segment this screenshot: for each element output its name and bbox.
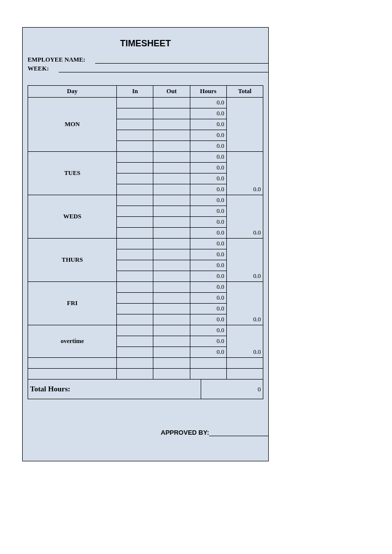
- table-row: THURS0.00.0: [28, 239, 263, 249]
- in-cell[interactable]: [117, 119, 153, 130]
- in-cell[interactable]: [117, 336, 153, 347]
- hours-cell: 0.0: [190, 239, 226, 249]
- hours-cell: 0.0: [190, 336, 226, 347]
- out-cell[interactable]: [153, 249, 190, 260]
- hours-cell: 0.0: [190, 325, 226, 336]
- hours-cell: 0.0: [190, 347, 226, 358]
- day-name-cell: [28, 369, 117, 380]
- hours-cell: 0.0: [190, 293, 226, 304]
- out-cell[interactable]: [153, 206, 190, 217]
- hours-cell: 0.0: [190, 173, 226, 184]
- out-cell[interactable]: [153, 336, 190, 347]
- in-cell[interactable]: [117, 347, 153, 358]
- approved-row: APPROVED BY:: [23, 429, 268, 436]
- in-cell[interactable]: [117, 228, 153, 239]
- in-cell[interactable]: [117, 108, 153, 119]
- out-cell[interactable]: [153, 325, 190, 336]
- in-cell[interactable]: [117, 173, 153, 184]
- out-cell[interactable]: [153, 347, 190, 358]
- in-cell[interactable]: [117, 260, 153, 271]
- out-cell[interactable]: [153, 282, 190, 293]
- hours-cell: [190, 358, 226, 369]
- header-out: Out: [153, 86, 190, 98]
- out-cell[interactable]: [153, 293, 190, 304]
- hours-cell: [190, 369, 226, 380]
- hours-cell: 0.0: [190, 184, 226, 195]
- timesheet-page: TIMESHEET EMPLOYEE NAME: WEEK: Day In Ou…: [22, 27, 269, 461]
- in-cell[interactable]: [117, 206, 153, 217]
- table-body: MON0.00.00.00.00.0TUES0.00.00.00.00.0WED…: [28, 98, 263, 380]
- out-cell[interactable]: [153, 260, 190, 271]
- day-total-cell: [226, 358, 263, 369]
- hours-cell: 0.0: [190, 314, 226, 325]
- in-cell[interactable]: [117, 282, 153, 293]
- in-cell[interactable]: [117, 314, 153, 325]
- out-cell[interactable]: [153, 119, 190, 130]
- out-cell[interactable]: [153, 304, 190, 314]
- hours-cell: 0.0: [190, 217, 226, 228]
- out-cell[interactable]: [153, 184, 190, 195]
- week-row: WEEK:: [28, 65, 268, 72]
- out-cell[interactable]: [153, 141, 190, 152]
- in-cell[interactable]: [117, 369, 153, 380]
- out-cell[interactable]: [153, 108, 190, 119]
- header-hours: Hours: [190, 86, 226, 98]
- in-cell[interactable]: [117, 195, 153, 206]
- in-cell[interactable]: [117, 358, 153, 369]
- day-total-cell: 0.0: [226, 282, 263, 325]
- out-cell[interactable]: [153, 152, 190, 163]
- total-hours-value: 0: [201, 380, 263, 399]
- out-cell[interactable]: [153, 314, 190, 325]
- in-cell[interactable]: [117, 163, 153, 173]
- out-cell[interactable]: [153, 217, 190, 228]
- in-cell[interactable]: [117, 325, 153, 336]
- table-row: TUES0.00.0: [28, 152, 263, 163]
- day-name-cell: WEDS: [28, 195, 117, 239]
- table-row: overtime0.00.0: [28, 325, 263, 336]
- in-cell[interactable]: [117, 249, 153, 260]
- out-cell[interactable]: [153, 195, 190, 206]
- out-cell[interactable]: [153, 369, 190, 380]
- out-cell[interactable]: [153, 130, 190, 141]
- out-cell[interactable]: [153, 358, 190, 369]
- in-cell[interactable]: [117, 217, 153, 228]
- out-cell[interactable]: [153, 271, 190, 282]
- approved-by-label: APPROVED BY:: [161, 429, 209, 436]
- employee-name-label: EMPLOYEE NAME:: [28, 56, 90, 64]
- in-cell[interactable]: [117, 239, 153, 249]
- in-cell[interactable]: [117, 184, 153, 195]
- day-name-cell: MON: [28, 98, 117, 152]
- in-cell[interactable]: [117, 141, 153, 152]
- employee-name-input-line[interactable]: [95, 56, 268, 64]
- day-name-cell: TUES: [28, 152, 117, 195]
- in-cell[interactable]: [117, 130, 153, 141]
- in-cell[interactable]: [117, 271, 153, 282]
- day-name-cell: FRI: [28, 282, 117, 325]
- day-total-cell: 0.0: [226, 152, 263, 195]
- week-input-line[interactable]: [59, 65, 268, 72]
- hours-cell: 0.0: [190, 304, 226, 314]
- day-name-cell: THURS: [28, 239, 117, 282]
- day-total-cell: 0.0: [226, 239, 263, 282]
- day-total-cell: [226, 369, 263, 380]
- total-hours-row: Total Hours: 0: [28, 380, 263, 399]
- header-in: In: [117, 86, 153, 98]
- in-cell[interactable]: [117, 98, 153, 108]
- total-hours-label: Total Hours:: [28, 385, 201, 393]
- in-cell[interactable]: [117, 304, 153, 314]
- approved-by-input-line[interactable]: [209, 429, 268, 436]
- hours-cell: 0.0: [190, 260, 226, 271]
- hours-cell: 0.0: [190, 271, 226, 282]
- out-cell[interactable]: [153, 173, 190, 184]
- out-cell[interactable]: [153, 239, 190, 249]
- in-cell[interactable]: [117, 152, 153, 163]
- in-cell[interactable]: [117, 293, 153, 304]
- hours-cell: 0.0: [190, 228, 226, 239]
- table-row: WEDS0.00.0: [28, 195, 263, 206]
- out-cell[interactable]: [153, 228, 190, 239]
- table-row: MON0.0: [28, 98, 263, 108]
- out-cell[interactable]: [153, 163, 190, 173]
- week-label: WEEK:: [28, 65, 54, 72]
- day-total-cell: 0.0: [226, 195, 263, 239]
- out-cell[interactable]: [153, 98, 190, 108]
